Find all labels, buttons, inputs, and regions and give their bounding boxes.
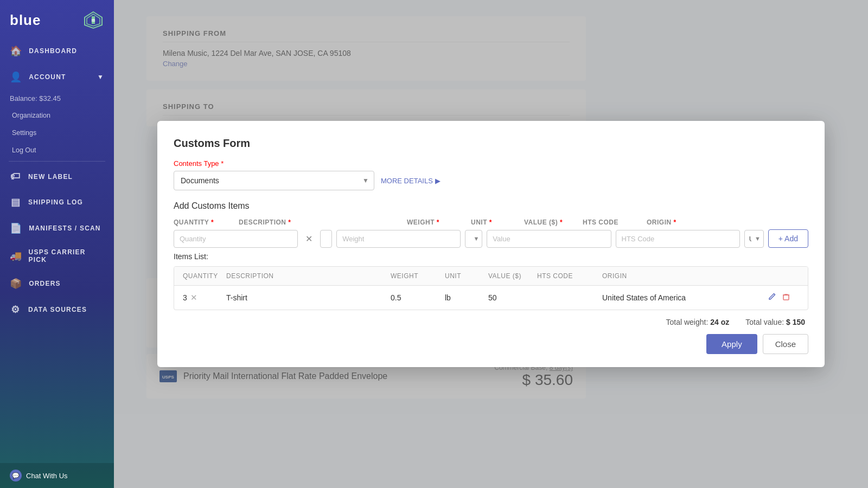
sidebar-item-label: USPS CARRIER PICK xyxy=(29,248,104,264)
sidebar-item-settings[interactable]: Settings xyxy=(0,124,114,142)
close-button[interactable]: Close xyxy=(763,334,808,354)
sidebar-item-label: MANIFESTS / SCAN xyxy=(29,224,101,232)
header-origin: Origin * xyxy=(647,219,755,226)
cell-description: T-shirt xyxy=(226,293,391,302)
items-table: QUANTITY DESCRIPTION WEIGHT UNIT VALUE (… xyxy=(174,266,808,310)
add-customs-items-title: Add Customs Items xyxy=(174,201,808,211)
svg-text:IB: IB xyxy=(92,18,95,22)
sidebar: blue IB 🏠 DASHBOARD 👤 ACCOUNT ▼ Balance:… xyxy=(0,0,114,488)
header-value: Value ($) * xyxy=(524,219,578,226)
cell-actions xyxy=(767,291,799,304)
contents-type-label: Contents Type * xyxy=(174,159,808,168)
sidebar-item-data-sources[interactable]: ⚙ DATA SOURCES xyxy=(0,297,114,323)
chat-icon: 💬 xyxy=(10,470,22,481)
total-value-value: $ 150 xyxy=(786,318,805,326)
sidebar-item-label: SHIPPING LOG xyxy=(28,198,83,206)
totals-row: Total weight: 24 oz Total value: $ 150 xyxy=(174,318,808,326)
sidebar-header: blue IB xyxy=(0,0,114,38)
app-logo: blue xyxy=(10,12,41,29)
more-details-link[interactable]: MORE DETAILS ▶ xyxy=(381,177,441,185)
row-quantity-value: 3 xyxy=(183,293,187,302)
cell-origin: United States of America xyxy=(602,293,767,302)
sidebar-item-logout[interactable]: Log Out xyxy=(0,142,114,159)
sidebar-item-label: DATA SOURCES xyxy=(28,306,87,313)
header-unit: Unit * xyxy=(471,219,520,226)
sidebar-item-shipping-log[interactable]: ▤ SHIPPING LOG xyxy=(0,189,114,215)
sidebar-item-account[interactable]: 👤 ACCOUNT ▼ xyxy=(0,64,114,90)
hts-code-input[interactable] xyxy=(616,230,740,248)
cell-quantity: 3 ✕ xyxy=(183,293,226,303)
total-weight-label: Total weight: 24 oz xyxy=(666,318,730,326)
apply-button[interactable]: Apply xyxy=(706,334,757,354)
contents-type-select[interactable]: Documents Merchandise Gift Returned Good… xyxy=(174,171,374,190)
sidebar-item-label: NEW LABEL xyxy=(28,173,73,181)
table-row: 3 ✕ T-shirt 0.5 lb 50 United States of A… xyxy=(174,286,808,310)
modal-overlay: Customs Form Contents Type * Documents M… xyxy=(114,0,868,488)
sidebar-item-dashboard[interactable]: 🏠 DASHBOARD xyxy=(0,38,114,64)
header-hts-code: HTS Code xyxy=(583,219,642,226)
edit-row-button[interactable] xyxy=(767,291,777,304)
sidebar-item-label: ORDERS xyxy=(29,280,61,287)
chevron-right-icon: ▶ xyxy=(435,177,441,185)
sidebar-divider xyxy=(9,161,105,162)
sidebar-item-orders[interactable]: 📦 ORDERS xyxy=(0,271,114,297)
delete-row-button[interactable] xyxy=(781,291,792,304)
sidebar-balance: Balance: $32.45 xyxy=(0,90,114,107)
col-header-description: DESCRIPTION xyxy=(226,272,391,280)
sidebar-item-label: DASHBOARD xyxy=(29,47,77,55)
label-icon: 🏷 xyxy=(10,171,22,182)
chat-label: Chat With Us xyxy=(26,472,68,480)
quantity-clear-button[interactable]: ✕ xyxy=(302,232,316,246)
sidebar-item-label: ACCOUNT xyxy=(29,73,66,81)
items-table-header: QUANTITY DESCRIPTION WEIGHT UNIT VALUE (… xyxy=(174,267,808,286)
orders-icon: 📦 xyxy=(10,278,22,290)
data-sources-icon: ⚙ xyxy=(10,304,22,316)
sidebar-item-manifests[interactable]: 📄 MANIFESTS / SCAN xyxy=(0,215,114,241)
chevron-right-icon: ▼ xyxy=(97,73,104,81)
col-header-quantity: QUANTITY xyxy=(183,272,226,280)
origin-select-wrapper: United States of America Canada United K… xyxy=(744,230,764,248)
cell-value: 50 xyxy=(488,293,537,302)
col-header-weight: WEIGHT xyxy=(391,272,445,280)
value-input[interactable] xyxy=(487,230,611,248)
manifests-icon: 📄 xyxy=(10,222,22,234)
modal-title: Customs Form xyxy=(174,137,808,150)
customs-form-modal: Customs Form Contents Type * Documents M… xyxy=(157,121,825,367)
header-quantity: Quantity * xyxy=(174,219,222,226)
col-header-hts-code: HTS CODE xyxy=(537,272,602,280)
quantity-input[interactable] xyxy=(174,230,298,248)
bridge-logo-icon: IB xyxy=(81,10,105,30)
modal-footer: Apply Close xyxy=(174,334,808,354)
items-list-label: Items List: xyxy=(174,252,808,261)
sidebar-item-organization[interactable]: Organization xyxy=(0,107,114,124)
main-content: SHIPPING FROM Milena Music, 1224 Del Mar… xyxy=(114,0,868,488)
add-item-button[interactable]: + Add xyxy=(768,229,808,248)
col-header-value: VALUE ($) xyxy=(488,272,537,280)
sidebar-item-usps-carrier[interactable]: 🚚 USPS CARRIER PICK xyxy=(0,241,114,271)
total-weight-value: 24 oz xyxy=(710,318,729,326)
col-header-origin: ORIGIN xyxy=(602,272,767,280)
carrier-icon: 🚚 xyxy=(10,250,22,262)
add-items-headers: Quantity * Description * Weight * Unit *… xyxy=(174,219,808,226)
contents-type-wrapper: Documents Merchandise Gift Returned Good… xyxy=(174,171,374,190)
description-input[interactable] xyxy=(320,230,332,248)
cell-unit: lb xyxy=(445,293,488,302)
sidebar-navigation: 🏠 DASHBOARD 👤 ACCOUNT ▼ Balance: $32.45 … xyxy=(0,38,114,463)
unit-select-wrapper: lb oz kg g ▼ xyxy=(465,230,482,248)
sidebar-item-new-label[interactable]: 🏷 NEW LABEL xyxy=(0,164,114,189)
weight-input[interactable] xyxy=(336,230,461,248)
svg-rect-8 xyxy=(783,295,789,300)
origin-select[interactable]: United States of America Canada United K… xyxy=(744,230,764,248)
header-description: Description * xyxy=(239,219,403,226)
header-weight: Weight * xyxy=(407,219,467,226)
shipping-log-icon: ▤ xyxy=(10,196,22,208)
row-remove-icon[interactable]: ✕ xyxy=(190,293,197,303)
home-icon: 🏠 xyxy=(10,45,22,57)
col-header-unit: UNIT xyxy=(445,272,488,280)
required-asterisk: * xyxy=(221,159,224,168)
account-icon: 👤 xyxy=(10,71,22,83)
total-value-label: Total value: $ 150 xyxy=(745,318,805,326)
unit-select[interactable]: lb oz kg g xyxy=(465,230,482,248)
add-items-input-row: ✕ lb oz kg g ▼ United States of Am xyxy=(174,229,808,248)
chat-with-us[interactable]: 💬 Chat With Us xyxy=(0,463,114,488)
